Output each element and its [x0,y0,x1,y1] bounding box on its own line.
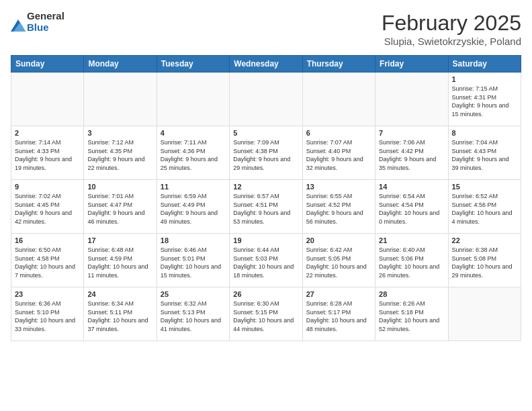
weekday-header-friday: Friday [375,56,448,73]
logo-text-blue: Blue [27,22,64,34]
day-info: Sunrise: 6:59 AM Sunset: 4:49 PM Dayligh… [161,192,226,226]
day-cell: 6Sunrise: 7:07 AM Sunset: 4:40 PM Daylig… [302,126,375,180]
day-info: Sunrise: 7:11 AM Sunset: 4:36 PM Dayligh… [161,138,226,172]
logo-icon [11,19,26,32]
day-cell: 2Sunrise: 7:14 AM Sunset: 4:33 PM Daylig… [11,126,84,180]
day-cell: 12Sunrise: 6:57 AM Sunset: 4:51 PM Dayli… [230,180,302,234]
day-number: 19 [233,236,298,244]
day-cell: 26Sunrise: 6:30 AM Sunset: 5:15 PM Dayli… [230,287,302,341]
day-info: Sunrise: 7:09 AM Sunset: 4:38 PM Dayligh… [233,138,298,172]
day-info: Sunrise: 6:48 AM Sunset: 4:59 PM Dayligh… [87,246,152,279]
day-cell [157,73,229,126]
day-number: 25 [161,290,226,298]
day-cell [448,287,521,341]
day-info: Sunrise: 6:38 AM Sunset: 5:08 PM Dayligh… [452,246,517,279]
day-number: 27 [306,290,371,298]
weekday-header-sunday: Sunday [11,56,84,73]
day-number: 1 [452,75,517,83]
weekday-header-row: SundayMondayTuesdayWednesdayThursdayFrid… [11,56,521,73]
day-number: 6 [306,129,371,137]
day-cell [11,73,84,126]
day-info: Sunrise: 6:50 AM Sunset: 4:58 PM Dayligh… [15,246,80,279]
day-info: Sunrise: 6:57 AM Sunset: 4:51 PM Dayligh… [233,192,298,226]
day-number: 11 [161,183,226,191]
weekday-header-monday: Monday [84,56,157,73]
week-row-5: 23Sunrise: 6:36 AM Sunset: 5:10 PM Dayli… [11,287,521,341]
day-number: 8 [452,129,517,137]
day-cell: 4Sunrise: 7:11 AM Sunset: 4:36 PM Daylig… [157,126,229,180]
day-info: Sunrise: 7:14 AM Sunset: 4:33 PM Dayligh… [15,138,80,172]
day-info: Sunrise: 6:55 AM Sunset: 4:52 PM Dayligh… [306,192,371,226]
day-cell: 11Sunrise: 6:59 AM Sunset: 4:49 PM Dayli… [157,180,229,234]
day-cell: 5Sunrise: 7:09 AM Sunset: 4:38 PM Daylig… [230,126,302,180]
calendar-subtitle: Slupia, Swietokrzyskie, Poland [382,36,521,47]
calendar-table: SundayMondayTuesdayWednesdayThursdayFrid… [11,55,521,341]
day-info: Sunrise: 7:06 AM Sunset: 4:42 PM Dayligh… [379,138,444,172]
day-info: Sunrise: 7:01 AM Sunset: 4:47 PM Dayligh… [87,192,152,226]
weekday-header-thursday: Thursday [302,56,375,73]
day-number: 21 [379,236,444,244]
day-info: Sunrise: 6:54 AM Sunset: 4:54 PM Dayligh… [379,192,444,226]
logo: General Blue [11,11,64,33]
day-number: 18 [161,236,226,244]
day-number: 13 [306,183,371,191]
day-cell: 20Sunrise: 6:42 AM Sunset: 5:05 PM Dayli… [302,234,375,287]
day-info: Sunrise: 6:34 AM Sunset: 5:11 PM Dayligh… [87,300,152,333]
day-number: 20 [306,236,371,244]
day-cell: 23Sunrise: 6:36 AM Sunset: 5:10 PM Dayli… [11,287,84,341]
day-cell [84,73,157,126]
day-cell: 27Sunrise: 6:28 AM Sunset: 5:17 PM Dayli… [302,287,375,341]
day-cell: 1Sunrise: 7:15 AM Sunset: 4:31 PM Daylig… [448,73,521,126]
day-number: 10 [87,183,152,191]
day-info: Sunrise: 6:32 AM Sunset: 5:13 PM Dayligh… [161,300,226,333]
day-cell [375,73,448,126]
day-info: Sunrise: 6:46 AM Sunset: 5:01 PM Dayligh… [161,246,226,279]
day-info: Sunrise: 6:28 AM Sunset: 5:17 PM Dayligh… [306,300,371,333]
weekday-header-tuesday: Tuesday [157,56,229,73]
day-number: 26 [233,290,298,298]
day-info: Sunrise: 6:42 AM Sunset: 5:05 PM Dayligh… [306,246,371,279]
calendar-header: SundayMondayTuesdayWednesdayThursdayFrid… [11,56,521,73]
day-info: Sunrise: 6:36 AM Sunset: 5:10 PM Dayligh… [15,300,80,333]
day-number: 12 [233,183,298,191]
weekday-header-wednesday: Wednesday [230,56,302,73]
day-number: 9 [15,183,80,191]
day-number: 4 [161,129,226,137]
week-row-4: 16Sunrise: 6:50 AM Sunset: 4:58 PM Dayli… [11,234,521,287]
day-number: 17 [87,236,152,244]
day-cell: 25Sunrise: 6:32 AM Sunset: 5:13 PM Dayli… [157,287,229,341]
day-number: 23 [15,290,80,298]
day-cell: 9Sunrise: 7:02 AM Sunset: 4:45 PM Daylig… [11,180,84,234]
day-cell: 7Sunrise: 7:06 AM Sunset: 4:42 PM Daylig… [375,126,448,180]
day-cell: 16Sunrise: 6:50 AM Sunset: 4:58 PM Dayli… [11,234,84,287]
week-row-1: 1Sunrise: 7:15 AM Sunset: 4:31 PM Daylig… [11,73,521,126]
day-number: 15 [452,183,517,191]
day-info: Sunrise: 7:07 AM Sunset: 4:40 PM Dayligh… [306,138,371,172]
day-number: 24 [87,290,152,298]
day-info: Sunrise: 7:12 AM Sunset: 4:35 PM Dayligh… [87,138,152,172]
day-number: 3 [87,129,152,137]
day-cell: 28Sunrise: 6:26 AM Sunset: 5:18 PM Dayli… [375,287,448,341]
calendar-body: 1Sunrise: 7:15 AM Sunset: 4:31 PM Daylig… [11,73,521,341]
day-cell: 3Sunrise: 7:12 AM Sunset: 4:35 PM Daylig… [84,126,157,180]
day-cell: 10Sunrise: 7:01 AM Sunset: 4:47 PM Dayli… [84,180,157,234]
title-block: February 2025 Slupia, Swietokrzyskie, Po… [382,11,521,47]
day-number: 2 [15,129,80,137]
day-info: Sunrise: 7:02 AM Sunset: 4:45 PM Dayligh… [15,192,80,226]
logo-text-general: General [27,11,64,22]
day-info: Sunrise: 6:52 AM Sunset: 4:56 PM Dayligh… [452,192,517,226]
day-info: Sunrise: 6:44 AM Sunset: 5:03 PM Dayligh… [233,246,298,279]
day-info: Sunrise: 7:15 AM Sunset: 4:31 PM Dayligh… [452,85,517,118]
day-number: 5 [233,129,298,137]
day-info: Sunrise: 6:30 AM Sunset: 5:15 PM Dayligh… [233,300,298,333]
day-cell: 17Sunrise: 6:48 AM Sunset: 4:59 PM Dayli… [84,234,157,287]
day-cell: 8Sunrise: 7:04 AM Sunset: 4:43 PM Daylig… [448,126,521,180]
day-cell: 22Sunrise: 6:38 AM Sunset: 5:08 PM Dayli… [448,234,521,287]
day-number: 22 [452,236,517,244]
day-cell [302,73,375,126]
day-cell: 15Sunrise: 6:52 AM Sunset: 4:56 PM Dayli… [448,180,521,234]
day-cell: 19Sunrise: 6:44 AM Sunset: 5:03 PM Dayli… [230,234,302,287]
day-cell: 21Sunrise: 6:40 AM Sunset: 5:06 PM Dayli… [375,234,448,287]
day-number: 7 [379,129,444,137]
day-cell: 24Sunrise: 6:34 AM Sunset: 5:11 PM Dayli… [84,287,157,341]
